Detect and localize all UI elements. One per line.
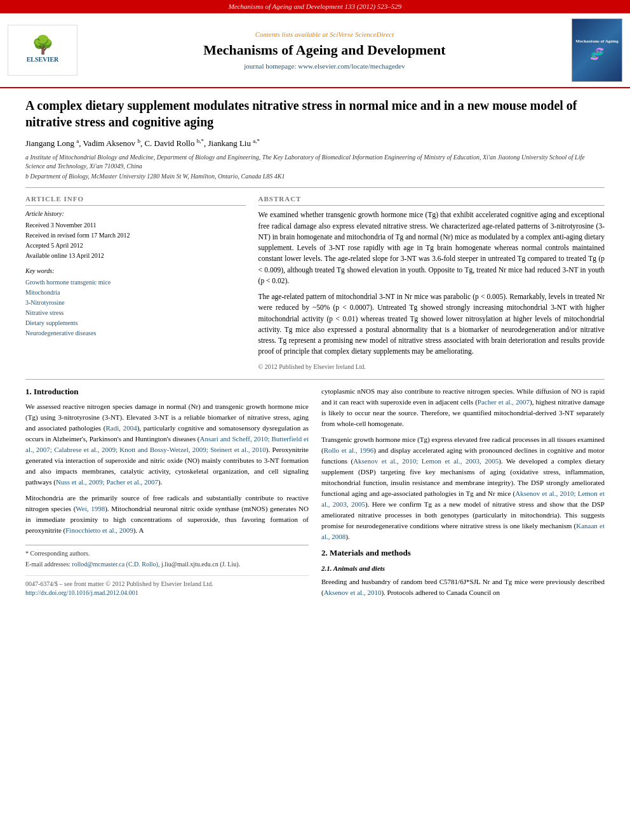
abstract-p2: The age-related pattern of mitochondrial… <box>258 291 605 357</box>
issn-section: 0047-6374/$ – see front matter © 2012 Pu… <box>25 575 309 597</box>
accepted-date: Accepted 5 April 2012 <box>25 241 246 250</box>
ref-radi[interactable]: Radi, 2004 <box>105 424 137 432</box>
ref-aksenov2[interactable]: Aksenov et al., 2010; Lemon et al., 2003… <box>321 490 605 508</box>
ref-pacher[interactable]: Pacher et al., 2007 <box>478 398 530 406</box>
doi-text[interactable]: http://dx.doi.org/10.1016/j.mad.2012.04.… <box>25 589 309 597</box>
abstract-section: ABSTRACT We examined whether transgenic … <box>258 194 605 371</box>
keyword-3: 3-Nitrotyrosine <box>25 298 246 307</box>
ref-rollo[interactable]: Rollo et al., 1996 <box>324 446 374 454</box>
footnote-text: * Corresponding authors. E-mail addresse… <box>25 549 309 569</box>
abstract-p1: We examined whether transgenic growth ho… <box>258 210 605 286</box>
affiliation-b: b Department of Biology, McMaster Univer… <box>25 172 605 181</box>
authors: Jiangang Long a, Vadim Aksenov b, C. Dav… <box>25 137 605 149</box>
body-text-left: We assessed reactive nitrogen species da… <box>25 401 309 537</box>
keyword-4: Nitrative stress <box>25 309 246 317</box>
received-date: Received 3 November 2011 <box>25 221 246 230</box>
footnote-star: * Corresponding authors. <box>25 549 309 558</box>
affiliations: a Institute of Mitochondrial Biology and… <box>25 153 605 181</box>
elsevier-brand: ELSEVIER <box>27 55 59 64</box>
revised-date: Received in revised form 17 March 2012 <box>25 231 246 240</box>
journal-cover: Mechanisms of Ageing 🧬 <box>572 18 622 82</box>
available-date: Available online 13 April 2012 <box>25 251 246 260</box>
tree-icon: 🌳 <box>32 36 54 54</box>
right-p2: Transgenic growth hormone mice (Tg) expr… <box>321 434 605 542</box>
sciverse-link[interactable]: SciVerse ScienceDirect <box>330 30 394 38</box>
sciverse-line: Contents lists available at SciVerse Sci… <box>77 30 572 39</box>
ref-aksenov3[interactable]: Aksenov et al., 2010 <box>324 589 382 596</box>
journal-header-center: Contents lists available at SciVerse Sci… <box>77 30 572 71</box>
keywords-list: Growth hormone transgenic mice Mitochond… <box>25 278 246 338</box>
intro-p1: We assessed reactive nitrogen species da… <box>25 401 309 488</box>
abstract-label: ABSTRACT <box>258 194 605 206</box>
ref-finocchietto[interactable]: Finocchietto et al., 2009 <box>65 526 133 534</box>
homepage-prefix: journal homepage: <box>244 62 298 70</box>
keywords-section: Key words: Growth hormone transgenic mic… <box>25 267 246 338</box>
affiliation-a: a Institute of Mitochondrial Biology and… <box>25 153 605 171</box>
divider-2 <box>25 379 605 380</box>
footnote-email1[interactable]: rollod@mcmaster.ca (C.D. Rollo), <box>72 561 159 568</box>
ref-kanaan[interactable]: Kanaan et al., 2008 <box>321 522 605 540</box>
keyword-1: Growth hormone transgenic mice <box>25 278 246 287</box>
journal-title: Mechanisms of Ageing and Development <box>77 42 572 58</box>
materials-title: 2. Materials and methods <box>321 547 605 559</box>
footnote-email2: j.liu@mail.xjtu.edu.cn (J. Liu). <box>161 561 240 568</box>
abstract-text: We examined whether transgenic growth ho… <box>258 210 605 357</box>
article-info: ARTICLE INFO Article history: Received 3… <box>25 194 246 371</box>
ref-ansari[interactable]: Ansari and Scheff, 2010; Butterfield et … <box>25 435 309 453</box>
footnote-email-label: E-mail addresses: <box>25 561 70 568</box>
issn-text: 0047-6374/$ – see front matter © 2012 Pu… <box>25 580 309 589</box>
body-right: cytoplasmic nNOS may also contribute to … <box>321 386 605 603</box>
authors-text: Jiangang Long a, Vadim Aksenov b, C. Dav… <box>25 138 260 148</box>
article-info-abstract: ARTICLE INFO Article history: Received 3… <box>25 194 605 371</box>
journal-citation: Mechanisms of Ageing and Development 133… <box>229 3 402 10</box>
article-title: A complex dietary supplement modulates n… <box>25 97 605 130</box>
materials-p1: Breeding and husbandry of random bred C5… <box>321 577 605 598</box>
history-label: Article history: <box>25 210 246 218</box>
article-body: 1. Introduction We assessed reactive nit… <box>25 386 605 603</box>
keyword-2: Mitochondria <box>25 288 246 297</box>
journal-header: 🌳 ELSEVIER Contents lists available at S… <box>0 13 630 88</box>
body-left: 1. Introduction We assessed reactive nit… <box>25 386 309 603</box>
elsevier-logo: 🌳 ELSEVIER <box>8 25 77 76</box>
journal-homepage: journal homepage: www.elsevier.com/locat… <box>77 62 572 71</box>
divider-1 <box>25 187 605 188</box>
body-text-right: cytoplasmic nNOS may also contribute to … <box>321 386 605 543</box>
cover-title: Mechanisms of Ageing <box>575 39 618 44</box>
materials-text: Breeding and husbandry of random bred C5… <box>321 577 605 598</box>
intro-p2: Mitochondria are the primarily source of… <box>25 493 309 536</box>
footnote-emails: E-mail addresses: rollod@mcmaster.ca (C.… <box>25 560 309 569</box>
footnote-section: * Corresponding authors. E-mail addresse… <box>25 545 309 597</box>
ref-nuss[interactable]: Nuss et al., 2009; Pacher et al., 2007 <box>56 478 158 486</box>
ref-wei[interactable]: Wei, 1998 <box>76 505 105 512</box>
homepage-url[interactable]: www.elsevier.com/locate/mechagedev <box>298 62 405 70</box>
right-p1: cytoplasmic nNOS may also contribute to … <box>321 386 605 429</box>
top-bar: Mechanisms of Ageing and Development 133… <box>0 0 630 13</box>
keyword-5: Dietary supplements <box>25 319 246 328</box>
keywords-label: Key words: <box>25 267 246 276</box>
intro-title: 1. Introduction <box>25 386 309 397</box>
ref-aksenov[interactable]: Aksenov et al., 2010; Lemon et al., 2003… <box>353 457 499 465</box>
article-history: Article history: Received 3 November 201… <box>25 210 246 260</box>
keyword-6: Neurodegenerative diseases <box>25 329 246 338</box>
materials-sub: 2.1. Animals and diets <box>321 564 605 573</box>
main-content: A complex dietary supplement modulates n… <box>0 88 630 611</box>
sciverse-prefix: Contents lists available at <box>255 30 330 38</box>
article-info-label: ARTICLE INFO <box>25 194 246 206</box>
copyright: © 2012 Published by Elsevier Ireland Ltd… <box>258 363 605 371</box>
